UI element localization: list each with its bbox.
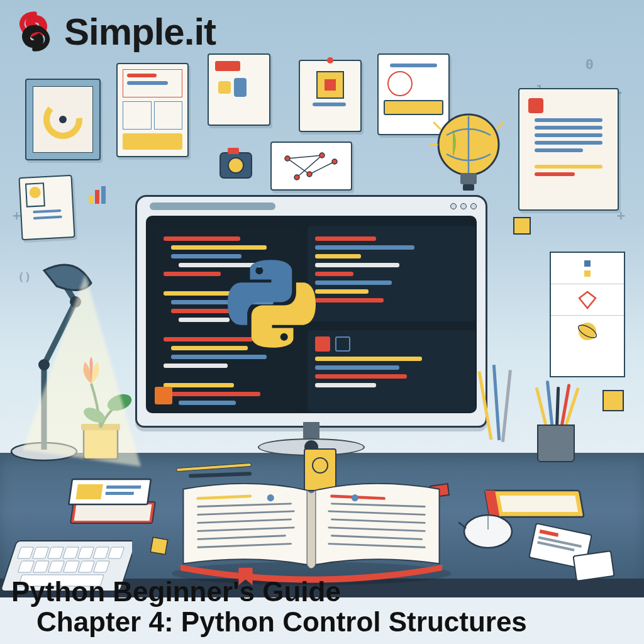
code-editor-screen: [146, 216, 477, 413]
wall-card-glyph: [208, 53, 270, 126]
diamond-icon: [577, 289, 598, 311]
wall-card-chip: [299, 60, 362, 132]
svg-rect-39: [74, 504, 152, 521]
desk-lamp: [6, 252, 119, 465]
sticky-yellow-2: [513, 217, 531, 235]
wall-card-document: [518, 88, 619, 211]
brand-logo-icon: [13, 9, 57, 53]
svg-point-19: [332, 159, 337, 164]
brand-header: Simple.it: [13, 9, 216, 53]
title-block: Python Beginner's Guide Chapter 4: Pytho…: [11, 576, 527, 638]
computer-monitor: [135, 195, 487, 428]
svg-point-77: [352, 494, 358, 501]
svg-rect-22: [89, 195, 93, 204]
sticky-yellow-1: [602, 390, 624, 411]
window-titlebar: [137, 197, 486, 216]
svg-point-21: [319, 153, 325, 158]
svg-point-11: [228, 158, 243, 173]
svg-rect-35: [477, 371, 492, 440]
svg-line-13: [287, 158, 309, 174]
svg-point-76: [267, 494, 274, 501]
brand-name: Simple.it: [64, 10, 216, 53]
wall-card-layout: [116, 63, 189, 157]
computer-mouse: [458, 509, 518, 553]
illustration-scene: Simple.it 0 + 1 + () +: [0, 0, 644, 644]
svg-rect-43: [105, 492, 134, 495]
svg-line-7: [434, 123, 440, 129]
svg-rect-24: [101, 186, 106, 204]
svg-rect-12: [228, 148, 239, 154]
wall-card-network: [270, 142, 352, 191]
svg-rect-5: [460, 173, 477, 184]
camera-icon: [214, 142, 258, 186]
lightbulb-globe-icon: [428, 110, 509, 204]
python-mini-icon: [577, 258, 598, 279]
symbol-zero: 0: [586, 57, 594, 72]
loose-pencils: [477, 365, 521, 459]
svg-rect-87: [574, 551, 614, 581]
svg-rect-3: [234, 78, 247, 97]
chapter-title: Chapter 4: Python Control Structures: [36, 606, 527, 638]
svg-rect-37: [501, 370, 512, 442]
svg-line-16: [287, 155, 322, 158]
open-book: [157, 472, 465, 588]
svg-point-20: [294, 175, 299, 180]
svg-point-17: [285, 156, 290, 161]
guide-title: Python Beginner's Guide: [11, 576, 527, 608]
sticky-note-avatar: [18, 175, 75, 240]
svg-point-1: [59, 116, 67, 123]
svg-marker-25: [579, 292, 596, 308]
python-logo-icon: [228, 260, 316, 348]
svg-rect-36: [492, 365, 501, 440]
svg-rect-41: [75, 484, 103, 499]
poster-badges: [550, 252, 625, 377]
svg-rect-6: [463, 184, 474, 191]
scattered-cards: [518, 522, 625, 585]
svg-rect-23: [95, 190, 99, 204]
svg-rect-42: [106, 486, 142, 489]
wall-card-gauge: [25, 79, 101, 160]
editor-pane-bottom-left: [308, 330, 475, 412]
mini-chart-icon: [85, 182, 110, 208]
pencil-cup: [531, 402, 581, 462]
atom-icon: [575, 319, 599, 343]
svg-rect-2: [218, 81, 231, 94]
svg-line-8: [497, 123, 503, 129]
svg-point-18: [307, 172, 312, 177]
editor-pane-top-left: [308, 226, 475, 321]
